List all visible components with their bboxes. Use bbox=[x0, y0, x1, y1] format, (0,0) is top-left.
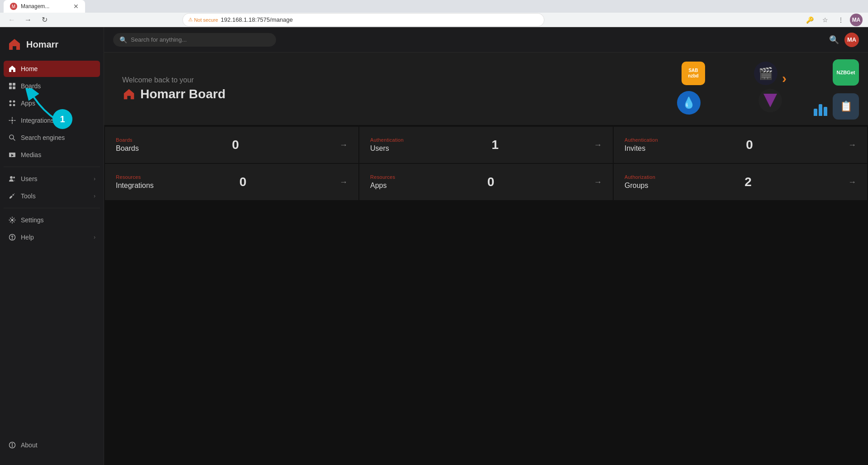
stat-count-groups: 2 bbox=[744, 175, 752, 189]
svg-point-6 bbox=[10, 104, 12, 106]
warning-icon: ⚠ bbox=[188, 17, 193, 23]
tab-title: Managem... bbox=[21, 3, 49, 10]
welcome-banner: Welcome back to your Homarr Board SA bbox=[104, 53, 868, 125]
svg-point-4 bbox=[10, 101, 12, 103]
sidebar-item-boards[interactable]: Boards bbox=[4, 78, 100, 94]
stat-card-groups[interactable]: Authorization Groups 2 → bbox=[614, 164, 867, 200]
tools-chevron-icon: › bbox=[94, 193, 95, 199]
stat-arrow-auth-invites: → bbox=[848, 140, 856, 150]
stat-card-auth-invites[interactable]: Authentication Invites 0 → bbox=[614, 127, 867, 163]
svg-point-8 bbox=[11, 120, 13, 121]
stat-arrow-boards: → bbox=[339, 140, 348, 150]
forward-button[interactable]: → bbox=[22, 14, 34, 26]
stat-count-integrations: 0 bbox=[239, 175, 247, 189]
stat-label-groups: Groups bbox=[625, 182, 655, 190]
sidebar-item-about[interactable]: About bbox=[4, 437, 100, 453]
app-container: Homarr Home Boards App bbox=[0, 27, 868, 465]
sidebar-label-medias: Medias bbox=[21, 151, 41, 158]
stat-card-apps[interactable]: Resources Apps 0 → bbox=[359, 164, 613, 200]
home-icon bbox=[8, 65, 16, 73]
reload-button[interactable]: ↻ bbox=[38, 14, 51, 26]
sidebar-item-users[interactable]: Users › bbox=[4, 171, 100, 187]
welcome-title: Homarr Board bbox=[122, 87, 225, 101]
users-chevron-icon: › bbox=[94, 176, 95, 182]
sabnzbd-icon: SABnzbd bbox=[682, 62, 705, 85]
svg-rect-0 bbox=[9, 83, 12, 86]
svg-rect-3 bbox=[13, 86, 15, 89]
password-icon[interactable]: 🔑 bbox=[804, 14, 816, 26]
settings-icon bbox=[8, 216, 16, 224]
svg-point-15 bbox=[12, 239, 13, 239]
stat-card-boards[interactable]: Boards Boards 0 → bbox=[105, 127, 358, 163]
integrations-icon bbox=[8, 116, 16, 125]
top-header: 🔍 Search for anything... 🔍 MA bbox=[104, 27, 868, 53]
header-search-icon[interactable]: 🔍 bbox=[829, 35, 839, 45]
boards-icon bbox=[8, 82, 16, 90]
svg-point-13 bbox=[11, 219, 14, 221]
qbittorrent-icon: 💧 bbox=[677, 91, 701, 115]
stats-grid: Boards Boards 0 → Authentication Users 1… bbox=[104, 126, 868, 201]
sidebar-label-home: Home bbox=[21, 65, 38, 72]
sidebar-item-medias[interactable]: Medias bbox=[4, 147, 100, 163]
sidebar-label-search-engines: Search engines bbox=[21, 134, 65, 141]
address-text: 192.168.1.18:7575/manage bbox=[221, 16, 293, 23]
stat-count-apps: 0 bbox=[487, 175, 495, 189]
sidebar-item-search-engines[interactable]: Search engines bbox=[4, 129, 100, 146]
sidebar-label-tools: Tools bbox=[21, 192, 36, 200]
browser-tab-active[interactable]: M Managem... ✕ bbox=[4, 0, 85, 13]
sidebar-item-integrations[interactable]: Integrations bbox=[4, 112, 100, 129]
sidebar-label-boards: Boards bbox=[21, 82, 41, 90]
browser-tabs: M Managem... ✕ bbox=[0, 0, 868, 13]
logo-text: Homarr bbox=[26, 39, 58, 50]
menu-icon[interactable]: ⋮ bbox=[835, 14, 847, 26]
stat-label-integrations: Integrations bbox=[116, 182, 154, 190]
svg-point-7 bbox=[13, 104, 15, 106]
sidebar-item-home[interactable]: Home bbox=[4, 61, 100, 77]
stat-arrow-auth-users: → bbox=[594, 140, 602, 150]
stat-card-integrations-content: Resources Integrations bbox=[116, 174, 154, 190]
header-right: 🔍 MA bbox=[829, 33, 859, 47]
users-icon bbox=[8, 175, 16, 183]
stat-category-apps: Resources bbox=[370, 174, 395, 180]
sidebar-label-users: Users bbox=[21, 175, 38, 182]
stat-count-boards: 0 bbox=[232, 138, 239, 152]
sidebar-label-apps: Apps bbox=[21, 100, 35, 107]
stat-label-apps: Apps bbox=[370, 182, 395, 190]
welcome-subtitle: Welcome back to your bbox=[122, 76, 225, 84]
sidebar-item-tools[interactable]: Tools › bbox=[4, 188, 100, 204]
stats-icon bbox=[814, 98, 832, 116]
sidebar-nav: Home Boards Apps Integrati bbox=[0, 61, 104, 437]
browser-chrome: M Managem... ✕ ← → ↻ ⚠ Not secure 192.16… bbox=[0, 0, 868, 27]
sidebar-item-apps[interactable]: Apps bbox=[4, 95, 100, 111]
user-avatar[interactable]: MA bbox=[844, 33, 859, 47]
stat-card-auth-users[interactable]: Authentication Users 1 → bbox=[359, 127, 613, 163]
address-bar[interactable]: ⚠ Not secure 192.168.1.18:7575/manage bbox=[182, 13, 544, 27]
sidebar-bottom: About bbox=[0, 437, 104, 460]
stat-label-auth-invites: Invites bbox=[625, 144, 658, 153]
svg-point-9 bbox=[10, 135, 14, 139]
sidebar-item-help[interactable]: Help › bbox=[4, 229, 100, 245]
profile-avatar[interactable]: MA bbox=[850, 14, 863, 26]
stat-card-integrations[interactable]: Resources Integrations 0 → bbox=[105, 164, 358, 200]
tab-close-button[interactable]: ✕ bbox=[73, 3, 79, 10]
stat-card-auth-users-content: Authentication Users bbox=[370, 137, 404, 153]
help-icon bbox=[8, 233, 16, 241]
welcome-logo-icon bbox=[122, 87, 136, 101]
sidebar-label-integrations: Integrations bbox=[21, 117, 54, 124]
welcome-text: Welcome back to your Homarr Board bbox=[122, 76, 225, 101]
welcome-board-name: Homarr Board bbox=[140, 87, 225, 101]
stat-card-boards-content: Boards Boards bbox=[116, 137, 139, 153]
bookmark-icon[interactable]: ☆ bbox=[819, 14, 832, 26]
nzbget-icon: NZBGet bbox=[833, 59, 859, 86]
stat-category-integrations: Resources bbox=[116, 174, 154, 180]
stat-count-auth-invites: 0 bbox=[746, 138, 753, 152]
stat-label-boards: Boards bbox=[116, 144, 139, 153]
search-bar[interactable]: 🔍 Search for anything... bbox=[113, 33, 276, 47]
sidebar-item-settings[interactable]: Settings bbox=[4, 212, 100, 228]
back-button[interactable]: ← bbox=[5, 14, 18, 26]
sidebar-label-settings: Settings bbox=[21, 216, 44, 224]
svg-point-5 bbox=[13, 101, 15, 103]
about-icon bbox=[8, 441, 16, 449]
stat-count-auth-users: 1 bbox=[491, 138, 499, 152]
sidebar-label-help: Help bbox=[21, 234, 34, 241]
